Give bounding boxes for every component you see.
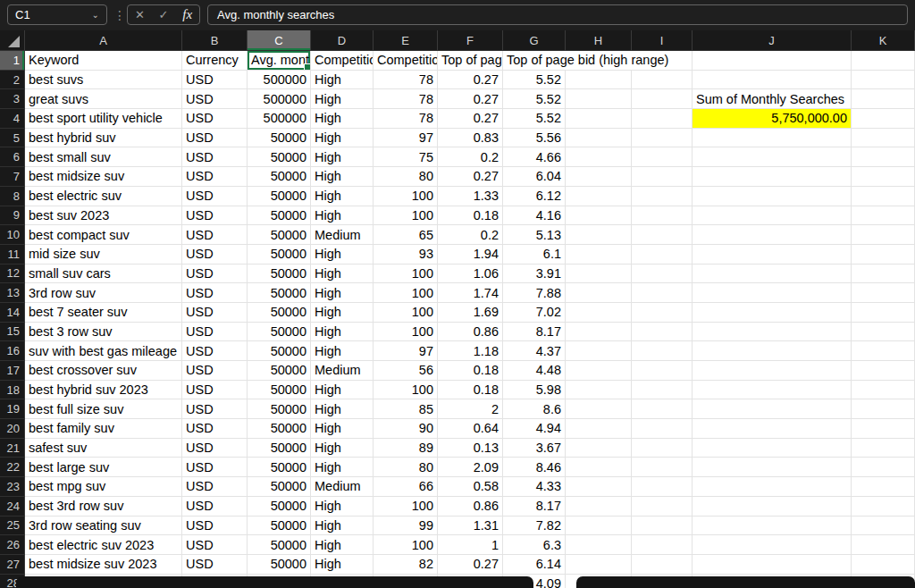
empty-cell[interactable]	[693, 245, 852, 265]
data-cell[interactable]: Medium	[311, 225, 374, 245]
data-cell[interactable]: High	[311, 245, 374, 265]
data-cell[interactable]: 4.66	[503, 147, 566, 167]
empty-cell[interactable]	[566, 419, 632, 439]
data-cell[interactable]: 93	[374, 245, 438, 265]
empty-cell[interactable]	[632, 323, 693, 342]
data-cell[interactable]: USD	[182, 265, 248, 284]
empty-cell[interactable]	[632, 517, 693, 536]
data-cell[interactable]: 50000	[248, 167, 311, 187]
empty-cell[interactable]	[632, 245, 693, 265]
data-cell[interactable]: 1.06	[438, 265, 503, 284]
data-cell[interactable]: 97	[374, 341, 438, 361]
data-cell[interactable]: 50000	[248, 187, 311, 206]
row-header-7[interactable]: 7	[0, 167, 25, 187]
empty-cell[interactable]	[632, 283, 693, 303]
data-cell[interactable]: best sport utility vehicle	[25, 109, 182, 129]
data-cell[interactable]: High	[311, 497, 374, 517]
data-cell[interactable]: 6.14	[503, 555, 566, 575]
data-cell[interactable]: 50000	[248, 381, 311, 400]
data-cell[interactable]: best hybrid suv	[25, 129, 182, 148]
empty-cell[interactable]	[566, 497, 632, 517]
empty-cell[interactable]	[852, 225, 915, 245]
row-header-11[interactable]: 11	[0, 245, 25, 265]
empty-cell[interactable]	[852, 399, 915, 419]
data-cell[interactable]: best electric suv 2023	[25, 535, 182, 555]
column-header-J[interactable]: J	[693, 30, 852, 51]
data-cell[interactable]: High	[311, 206, 374, 226]
data-cell[interactable]: 8.6	[503, 399, 566, 419]
data-cell[interactable]: 50000	[248, 399, 311, 419]
cancel-icon[interactable]: ✕	[135, 9, 145, 21]
empty-cell[interactable]	[693, 283, 852, 303]
empty-cell[interactable]	[632, 419, 693, 439]
empty-cell[interactable]	[852, 517, 915, 536]
data-cell[interactable]: 3rd row seating suv	[25, 517, 182, 536]
empty-cell[interactable]	[632, 206, 693, 226]
scrollbar-thumb-right[interactable]	[576, 576, 915, 588]
data-cell[interactable]: 6.12	[503, 187, 566, 206]
data-cell[interactable]: best midsize suv	[25, 167, 182, 187]
data-cell[interactable]: best large suv	[25, 458, 182, 477]
data-cell[interactable]: 8.46	[503, 458, 566, 477]
data-cell[interactable]: USD	[182, 129, 248, 148]
data-cell[interactable]: 0.2	[438, 147, 503, 167]
data-cell[interactable]: 0.27	[438, 109, 503, 129]
data-cell[interactable]: 500000	[248, 89, 311, 109]
data-cell[interactable]: 78	[374, 71, 438, 90]
data-cell[interactable]: safest suv	[25, 439, 182, 458]
data-cell[interactable]: small suv cars	[25, 265, 182, 284]
data-cell[interactable]: 8.17	[503, 323, 566, 342]
data-cell[interactable]: 75	[374, 147, 438, 167]
row-header-12[interactable]: 12	[0, 265, 25, 284]
row-header-14[interactable]: 14	[0, 303, 25, 323]
data-cell[interactable]: 50000	[248, 419, 311, 439]
data-cell[interactable]: USD	[182, 225, 248, 245]
row-header-21[interactable]: 21	[0, 439, 25, 458]
data-cell[interactable]: USD	[182, 341, 248, 361]
data-cell[interactable]: 50000	[248, 265, 311, 284]
empty-cell[interactable]	[852, 245, 915, 265]
data-cell[interactable]: 100	[374, 497, 438, 517]
column-header-I[interactable]: I	[632, 30, 693, 51]
row-header-22[interactable]: 22	[0, 458, 25, 477]
column-header-K[interactable]: K	[852, 30, 915, 51]
data-cell[interactable]: High	[311, 167, 374, 187]
data-cell[interactable]: 85	[374, 399, 438, 419]
data-cell[interactable]: High	[311, 89, 374, 109]
data-cell[interactable]: 50000	[248, 555, 311, 575]
empty-cell[interactable]	[566, 265, 632, 284]
data-cell[interactable]: High	[311, 517, 374, 536]
empty-cell[interactable]	[852, 535, 915, 555]
data-cell[interactable]: USD	[182, 399, 248, 419]
data-cell[interactable]: 50000	[248, 147, 311, 167]
data-cell[interactable]: suv with best gas mileage	[25, 341, 182, 361]
column-header-G[interactable]: G	[503, 30, 566, 51]
data-cell[interactable]: High	[311, 283, 374, 303]
data-cell[interactable]: 5.13	[503, 225, 566, 245]
empty-cell[interactable]	[693, 517, 852, 536]
empty-cell[interactable]	[632, 477, 693, 497]
empty-cell[interactable]	[852, 109, 915, 129]
row-header-26[interactable]: 26	[0, 535, 25, 555]
empty-cell[interactable]	[632, 303, 693, 323]
data-cell[interactable]: best suv 2023	[25, 206, 182, 226]
data-cell[interactable]: 7.88	[503, 283, 566, 303]
empty-cell[interactable]	[566, 381, 632, 400]
data-cell[interactable]: 5.98	[503, 381, 566, 400]
data-cell[interactable]: best midsize suv 2023	[25, 555, 182, 575]
data-cell[interactable]: 8.17	[503, 497, 566, 517]
empty-cell[interactable]	[693, 341, 852, 361]
data-cell[interactable]: Medium	[311, 361, 374, 381]
data-cell[interactable]: USD	[182, 109, 248, 129]
empty-cell[interactable]	[852, 167, 915, 187]
data-cell[interactable]: 0.13	[438, 439, 503, 458]
data-cell[interactable]: USD	[182, 419, 248, 439]
data-cell[interactable]: USD	[182, 381, 248, 400]
empty-cell[interactable]	[632, 439, 693, 458]
data-cell[interactable]: 0.86	[438, 323, 503, 342]
data-cell[interactable]: best 7 seater suv	[25, 303, 182, 323]
data-cell[interactable]: 78	[374, 109, 438, 129]
column-header-D[interactable]: D	[311, 30, 374, 51]
data-cell[interactable]: High	[311, 265, 374, 284]
empty-cell[interactable]	[693, 555, 852, 575]
